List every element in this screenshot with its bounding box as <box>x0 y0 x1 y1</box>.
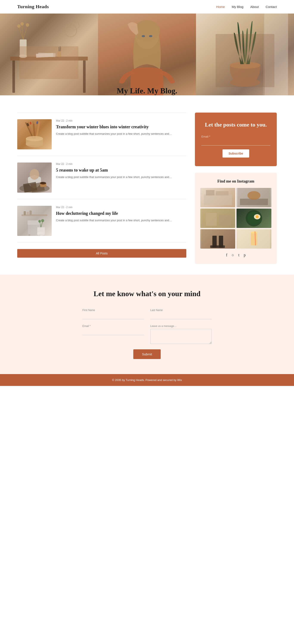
blog-card-2[interactable]: Mar 22 · 2 min 5 reasons to wake up at 5… <box>17 156 186 199</box>
all-posts-button[interactable]: All Posts <box>17 249 186 258</box>
svg-point-58 <box>41 219 44 222</box>
twitter-icon[interactable]: t <box>238 253 239 258</box>
instagram-box: Find me on Instagram <box>195 172 277 264</box>
svg-rect-59 <box>204 194 232 205</box>
svg-rect-48 <box>30 210 32 215</box>
svg-rect-46 <box>24 211 26 215</box>
nav-blog[interactable]: My Blog <box>232 5 243 8</box>
nav-home[interactable]: Home <box>216 5 225 8</box>
subscribe-box: Let the posts come to you. Email * Subsc… <box>195 112 277 166</box>
svg-point-39 <box>30 169 39 180</box>
hero-images <box>0 14 294 95</box>
form-name-row: First Name Last Name <box>83 309 212 319</box>
social-icons: f ○ t p <box>200 253 271 258</box>
hero-image-2 <box>98 14 196 95</box>
last-name-group: Last Name <box>150 309 212 319</box>
last-name-input[interactable] <box>150 313 212 319</box>
svg-line-80 <box>255 232 255 245</box>
subscribe-button[interactable]: Subscribe <box>222 150 249 158</box>
blog-title-2[interactable]: 5 reasons to wake up at 5am <box>56 167 186 173</box>
submit-button[interactable]: Submit <box>133 349 161 359</box>
svg-rect-51 <box>29 234 30 236</box>
blog-card-3[interactable]: Mar 22 · 2 min How decluttering changed … <box>17 199 186 242</box>
svg-rect-0 <box>10 56 88 60</box>
blog-content-2: Mar 22 · 2 min 5 reasons to wake up at 5… <box>56 162 186 193</box>
blog-meta-2: Mar 22 · 2 min <box>56 162 186 166</box>
hero-bg-2 <box>98 14 196 95</box>
navbar: Turning Heads Home My Blog About Contact <box>0 0 294 14</box>
blog-thumb-img-1 <box>17 119 52 150</box>
svg-rect-11 <box>36 53 53 58</box>
footer-text: © 2035 by Turning Heads. Powered and sec… <box>112 378 182 382</box>
instagram-grid <box>200 188 271 248</box>
message-label: Leave us a message… <box>150 324 212 328</box>
nav-links: Home My Blog About Contact <box>216 5 277 8</box>
submit-row: Submit <box>83 349 212 359</box>
svg-line-16 <box>61 47 61 51</box>
blog-thumb-1 <box>17 119 52 150</box>
svg-rect-75 <box>210 245 218 248</box>
hero-image-1 <box>0 14 98 95</box>
svg-rect-78 <box>251 232 257 245</box>
svg-point-71 <box>256 215 259 218</box>
svg-rect-61 <box>216 191 228 196</box>
last-name-label: Last Name <box>150 309 212 312</box>
site-logo[interactable]: Turning Heads <box>17 4 49 10</box>
nav-about[interactable]: About <box>250 5 259 8</box>
instagram-image-5[interactable] <box>200 229 235 248</box>
blog-excerpt-3: Create a blog post subtitle that summari… <box>56 218 186 223</box>
svg-point-44 <box>40 182 46 184</box>
blog-card-1[interactable]: Mar 22 · 2 min Transform your winter blu… <box>17 112 186 156</box>
hero-tagline: My Life. My Blog. <box>117 86 177 95</box>
instagram-image-3[interactable] <box>200 208 235 228</box>
blog-thumb-img-2 <box>17 162 52 193</box>
instagram-image-6[interactable] <box>236 229 271 248</box>
contact-form: First Name Last Name Email * Leave us a … <box>83 309 212 359</box>
email-label: Email * <box>83 324 144 328</box>
svg-point-23 <box>230 78 260 87</box>
facebook-icon[interactable]: f <box>226 253 227 258</box>
hero-bg-1 <box>0 14 98 95</box>
instagram-image-1[interactable] <box>200 188 235 207</box>
subscribe-email-input[interactable] <box>201 139 270 146</box>
contact-section: Let me know what's on your mind First Na… <box>0 275 294 374</box>
hero-bg-3 <box>196 14 294 95</box>
blog-title-3[interactable]: How decluttering changed my life <box>56 210 186 216</box>
svg-rect-47 <box>27 212 29 215</box>
first-name-group: First Name <box>83 309 144 319</box>
instagram-image-2[interactable] <box>236 188 271 207</box>
svg-point-3 <box>19 54 27 58</box>
email-group: Email * <box>83 324 144 344</box>
svg-rect-60 <box>206 190 214 196</box>
svg-point-64 <box>247 191 260 200</box>
nav-contact[interactable]: Contact <box>265 5 277 8</box>
blog-title-1[interactable]: Transform your winter blues into winter … <box>56 124 186 130</box>
blog-posts-list: Mar 22 · 2 min Transform your winter blu… <box>17 112 186 264</box>
instagram-title: Find me on Instagram <box>200 179 271 184</box>
pinterest-icon[interactable]: p <box>244 253 245 258</box>
svg-point-37 <box>26 136 43 141</box>
blog-excerpt-1: Create a blog post subtitle that summari… <box>56 132 186 136</box>
blog-meta-1: Mar 22 · 2 min <box>56 119 186 122</box>
hero-image-3 <box>196 14 294 95</box>
message-textarea[interactable] <box>150 329 212 344</box>
svg-point-79 <box>251 232 257 234</box>
hero-section: My Life. My Blog. <box>0 14 294 102</box>
svg-line-15 <box>60 46 60 51</box>
blog-thumb-2 <box>17 162 52 193</box>
blog-thumb-img-3 <box>17 206 52 236</box>
instagram-icon[interactable]: ○ <box>232 253 234 258</box>
subscribe-title: Let the posts come to you. <box>201 121 270 128</box>
first-name-input[interactable] <box>83 313 144 319</box>
email-input[interactable] <box>83 329 144 335</box>
svg-rect-13 <box>58 51 61 57</box>
svg-rect-76 <box>217 245 225 248</box>
svg-rect-67 <box>219 215 231 226</box>
message-group: Leave us a message… <box>150 324 212 344</box>
sidebar: Let the posts come to you. Email * Subsc… <box>195 112 277 264</box>
instagram-image-4[interactable] <box>236 208 271 228</box>
blog-thumb-3 <box>17 206 52 236</box>
blog-excerpt-2: Create a blog post subtitle that summari… <box>56 175 186 180</box>
blog-meta-3: Mar 22 · 2 min <box>56 206 186 209</box>
svg-point-57 <box>38 220 41 222</box>
